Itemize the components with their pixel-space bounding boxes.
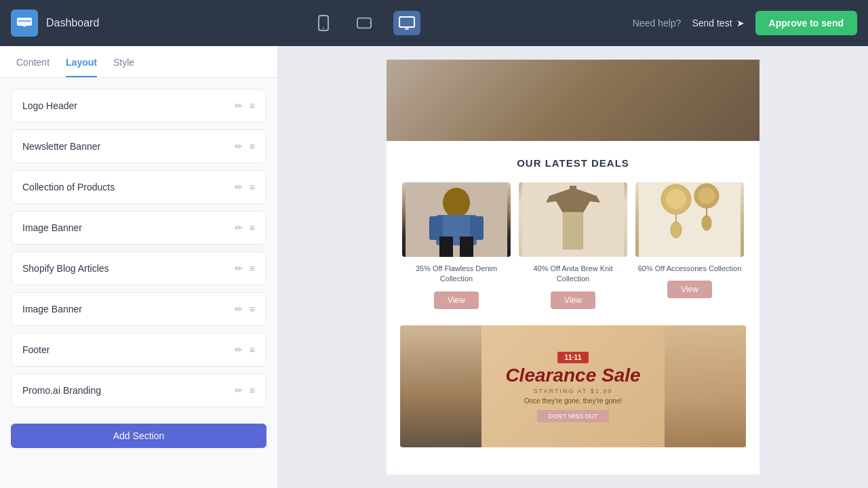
deal-image-3 [635,182,744,257]
deal-item-3: 60% Off Accessories Collection View [635,182,744,309]
sidebar-item-image-banner-2[interactable]: Image Banner ✏ ≡ [11,292,267,326]
banner-figure-right [665,325,746,447]
clearance-title: Clearance Sale [505,366,640,385]
sidebar-items-list: Logo Header ✏ ≡ Newsletter Banner ✏ ≡ Co… [0,78,277,418]
clearance-desc: Once they're gone, they're gone! [505,397,640,405]
sidebar-item-newsletter-banner[interactable]: Newsletter Banner ✏ ≡ [11,129,267,163]
pencil-icon[interactable]: ✏ [235,263,243,274]
clearance-banner-section: 11·11 Clearance Sale STARTING AT $1.99 O… [387,325,760,461]
dashboard-title: Dashboard [46,17,99,29]
pencil-icon[interactable]: ✏ [235,100,243,111]
svg-rect-13 [429,216,443,240]
deal-image-1 [402,182,511,257]
svg-point-29 [671,222,682,238]
menu-icon[interactable]: ≡ [250,182,255,192]
top-navigation: Dashboard Need help? Send test [0,0,868,46]
sidebar-item-actions: ✏ ≡ [235,100,255,111]
need-help-text: Need help? [633,18,682,28]
deal-label-2: 40% Off Anita Brew Knit Collection [519,264,627,285]
svg-rect-4 [357,18,370,28]
svg-point-27 [666,189,686,209]
menu-icon[interactable]: ≡ [250,141,255,152]
deal-item-2: 40% Off Anita Brew Knit Collection View [519,182,627,309]
sidebar-item-actions: ✏ ≡ [235,304,255,314]
mobile-device-button[interactable] [312,9,335,37]
banner-figure-left [400,325,481,447]
menu-icon[interactable]: ≡ [250,344,255,355]
svg-rect-16 [460,237,473,257]
deal-view-button-3[interactable]: View [667,281,712,298]
sidebar-item-actions: ✏ ≡ [235,141,255,152]
sidebar-item-collection-of-products[interactable]: Collection of Products ✏ ≡ [11,170,267,204]
svg-point-31 [698,188,715,204]
pencil-icon[interactable]: ✏ [235,344,243,355]
pencil-icon[interactable]: ✏ [235,141,243,152]
svg-rect-6 [399,17,414,27]
deal-view-button-1[interactable]: View [434,291,479,309]
svg-rect-14 [470,216,484,240]
pencil-icon[interactable]: ✏ [235,222,243,233]
deal-view-button-2[interactable]: View [551,291,595,309]
deal-item-1: 35% Off Flawless Denim Collection View [402,182,511,309]
clearance-subtitle: STARTING AT $1.99 [505,388,640,394]
email-hero-image [387,60,760,141]
main-area: Content Layout Style Logo Header ✏ ≡ New… [0,46,868,488]
sidebar-item-actions: ✏ ≡ [235,222,255,233]
svg-point-11 [443,188,470,218]
tab-style[interactable]: Style [113,57,134,77]
deal-label-1: 35% Off Flawless Denim Collection [402,264,511,285]
sidebar: Content Layout Style Logo Header ✏ ≡ New… [0,46,278,488]
svg-rect-15 [439,237,453,257]
pencil-icon[interactable]: ✏ [235,304,243,314]
sidebar-item-footer[interactable]: Footer ✏ ≡ [11,333,267,367]
clearance-cta-button[interactable]: DON'T MISS OUT [537,410,608,422]
deals-grid: 35% Off Flawless Denim Collection View [400,182,746,309]
deal-image-2 [519,182,627,257]
email-preview: OUR LATEST DEALS [387,60,760,474]
menu-icon[interactable]: ≡ [250,222,255,233]
deal-label-3: 60% Off Accessories Collection [638,264,742,274]
svg-rect-0 [17,18,32,26]
desktop-device-button[interactable] [393,11,420,35]
add-section-button[interactable]: Add Section [11,424,267,448]
send-arrow-icon: ➤ [736,18,745,28]
nav-actions: Need help? Send test ➤ Approve to send [633,11,857,35]
approve-button[interactable]: Approve to send [755,11,857,35]
deals-section: OUR LATEST DEALS [387,141,760,325]
email-preview-area: OUR LATEST DEALS [278,46,868,488]
clearance-content: 11·11 Clearance Sale STARTING AT $1.99 O… [505,350,640,422]
send-test-button[interactable]: Send test ➤ [692,18,744,28]
svg-point-3 [323,28,324,29]
svg-point-5 [369,22,370,23]
menu-icon[interactable]: ≡ [250,263,255,274]
sidebar-item-logo-header[interactable]: Logo Header ✏ ≡ [11,89,267,123]
clearance-banner: 11·11 Clearance Sale STARTING AT $1.99 O… [400,325,746,447]
sidebar-item-image-banner-1[interactable]: Image Banner ✏ ≡ [11,211,267,245]
sidebar-tabs: Content Layout Style [0,46,277,78]
sidebar-item-actions: ✏ ≡ [235,344,255,355]
brand-logo [11,9,38,37]
menu-icon[interactable]: ≡ [250,304,255,314]
sidebar-item-actions: ✏ ≡ [235,182,255,192]
clearance-tag: 11·11 [557,352,588,363]
tablet-device-button[interactable] [351,12,377,35]
svg-point-33 [702,216,711,230]
sidebar-item-promo-branding[interactable]: Promo.ai Branding ✏ ≡ [11,373,267,407]
deals-title: OUR LATEST DEALS [400,157,746,169]
device-switcher [99,9,632,37]
menu-icon[interactable]: ≡ [250,100,255,111]
hero-image-content [387,60,760,141]
sidebar-item-actions: ✏ ≡ [235,385,255,396]
sidebar-item-actions: ✏ ≡ [235,263,255,274]
sidebar-item-shopify-blog-articles[interactable]: Shopify Blog Articles ✏ ≡ [11,251,267,285]
tab-content[interactable]: Content [16,57,50,77]
tab-layout[interactable]: Layout [66,57,97,77]
pencil-icon[interactable]: ✏ [235,182,243,192]
menu-icon[interactable]: ≡ [250,385,255,396]
pencil-icon[interactable]: ✏ [235,385,243,396]
